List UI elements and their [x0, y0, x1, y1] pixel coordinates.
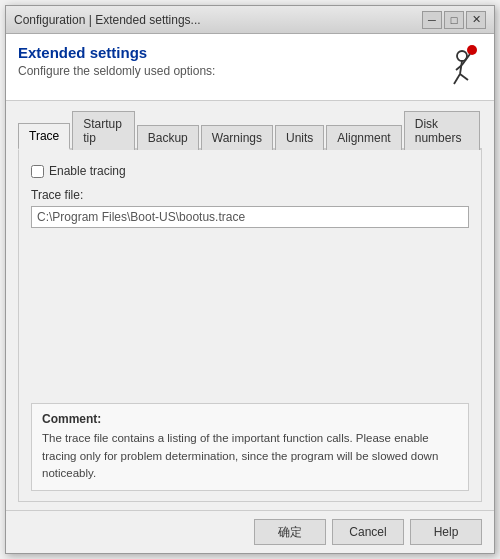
title-bar: Configuration | Extended settings... ─ □…: [6, 6, 494, 34]
trace-panel: Enable tracing Trace file: Comment: The …: [18, 150, 482, 502]
tab-disk-numbers[interactable]: Disk numbers: [404, 111, 480, 150]
tab-trace[interactable]: Trace: [18, 123, 70, 150]
title-controls: ─ □ ✕: [422, 11, 486, 29]
header-icon: [434, 44, 482, 92]
svg-line-6: [460, 74, 468, 80]
tabs: Trace Startup tip Backup Warnings Units …: [18, 109, 482, 150]
stick-figure-icon: [434, 44, 482, 92]
tab-alignment[interactable]: Alignment: [326, 125, 401, 150]
ok-button[interactable]: 确定: [254, 519, 326, 545]
tab-units[interactable]: Units: [275, 125, 324, 150]
header-title: Extended settings: [18, 44, 434, 61]
tab-startup-tip[interactable]: Startup tip: [72, 111, 134, 150]
help-button[interactable]: Help: [410, 519, 482, 545]
svg-line-5: [454, 74, 460, 84]
enable-tracing-label: Enable tracing: [49, 164, 126, 178]
comment-text: The trace file contains a listing of the…: [42, 430, 458, 482]
trace-file-input[interactable]: [31, 206, 469, 228]
trace-file-label: Trace file:: [31, 188, 469, 202]
tab-warnings[interactable]: Warnings: [201, 125, 273, 150]
header-subtitle: Configure the seldomly used options:: [18, 64, 434, 78]
svg-line-3: [462, 54, 470, 65]
button-row: 确定 Cancel Help: [6, 510, 494, 553]
comment-box: Comment: The trace file contains a listi…: [31, 403, 469, 491]
header-area: Extended settings Configure the seldomly…: [6, 34, 494, 101]
content-area: Trace Startup tip Backup Warnings Units …: [6, 101, 494, 510]
header-content: Extended settings Configure the seldomly…: [18, 44, 434, 78]
minimize-button[interactable]: ─: [422, 11, 442, 29]
cancel-button[interactable]: Cancel: [332, 519, 404, 545]
comment-title: Comment:: [42, 412, 458, 426]
enable-tracing-row: Enable tracing: [31, 164, 469, 178]
tab-backup[interactable]: Backup: [137, 125, 199, 150]
svg-point-0: [467, 45, 477, 55]
main-window: Configuration | Extended settings... ─ □…: [5, 5, 495, 554]
enable-tracing-checkbox[interactable]: [31, 165, 44, 178]
title-text: Configuration | Extended settings...: [14, 13, 201, 27]
maximize-button[interactable]: □: [444, 11, 464, 29]
close-button[interactable]: ✕: [466, 11, 486, 29]
